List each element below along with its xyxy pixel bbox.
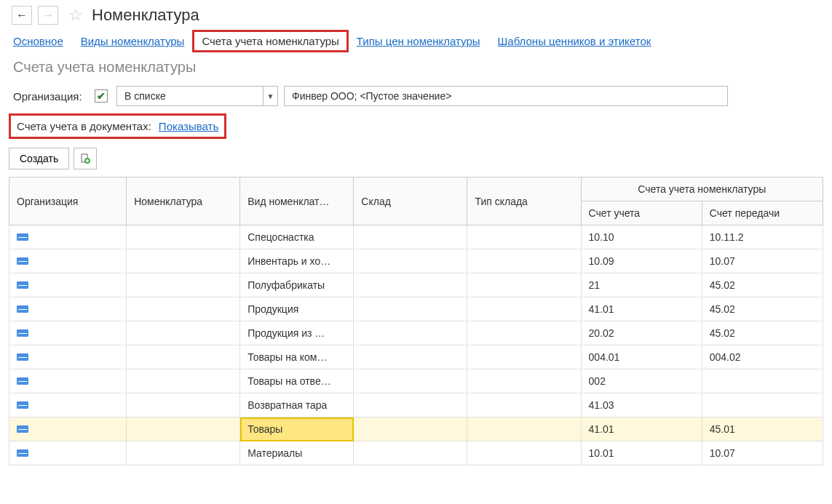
table-cell: Материалы <box>240 441 354 465</box>
table-row[interactable]: Инвентарь и хо…10.0910.07 <box>9 249 823 273</box>
table-row[interactable]: Полуфабрикаты2145.02 <box>9 273 823 297</box>
table-cell <box>354 393 467 417</box>
table-cell <box>354 345 467 369</box>
row-icon <box>17 281 28 289</box>
table-cell: 004.02 <box>702 345 823 369</box>
table-cell <box>127 249 240 273</box>
nav-back-button[interactable]: ← <box>12 6 32 25</box>
th-per[interactable]: Счет передачи <box>702 201 823 225</box>
section-subtitle: Счета учета номенклатуры <box>0 57 832 84</box>
table-cell: 10.01 <box>581 441 702 465</box>
th-schet[interactable]: Счет учета <box>581 201 702 225</box>
table-cell <box>9 369 127 393</box>
table-cell: Полуфабрикаты <box>240 273 354 297</box>
accounts-table: Организация Номенклатура Вид номенклат… … <box>9 177 823 465</box>
table-cell <box>127 345 240 369</box>
table-cell: 002 <box>581 369 702 393</box>
table-cell <box>354 321 467 345</box>
table-cell <box>9 441 127 465</box>
table-row[interactable]: Возвратная тара41.03 <box>9 393 823 417</box>
table-cell: Товары на ком… <box>240 345 354 369</box>
table-row[interactable]: Материалы10.0110.07 <box>9 441 823 465</box>
table-cell <box>467 297 581 321</box>
docs-accounts-link[interactable]: Показывать <box>159 120 218 132</box>
favorite-star-icon[interactable]: ☆ <box>68 6 83 25</box>
th-group[interactable]: Счета учета номенклатуры <box>581 177 823 201</box>
table-row[interactable]: Товары на ком…004.01004.02 <box>9 345 823 369</box>
table-cell: 21 <box>581 273 702 297</box>
row-icon <box>17 401 28 409</box>
table-cell <box>702 393 823 417</box>
table-cell <box>9 225 127 249</box>
table-cell <box>127 369 240 393</box>
table-cell <box>354 417 467 441</box>
table-cell: 41.01 <box>581 297 702 321</box>
table-cell <box>9 249 127 273</box>
table-cell: 45.02 <box>702 321 823 345</box>
row-icon <box>17 353 28 361</box>
table-cell <box>354 273 467 297</box>
table-cell <box>127 321 240 345</box>
table-cell <box>354 249 467 273</box>
table-cell: 45.01 <box>702 417 823 441</box>
filter-mode-value: В списке <box>117 90 263 102</box>
nav-link-main[interactable]: Основное <box>13 35 63 47</box>
table-cell <box>9 393 127 417</box>
table-row[interactable]: Товары на отве…002 <box>9 369 823 393</box>
nav-link-types[interactable]: Виды номенклатуры <box>81 35 185 47</box>
nav-links: Основное Виды номенклатуры Счета учета н… <box>0 31 832 57</box>
table-cell: 10.07 <box>702 249 823 273</box>
table-cell: 10.11.2 <box>702 225 823 249</box>
create-button[interactable]: Создать <box>9 148 69 169</box>
table-cell: 41.03 <box>581 393 702 417</box>
table-cell <box>354 225 467 249</box>
org-filter-checkbox[interactable] <box>95 89 108 103</box>
row-icon <box>17 257 28 265</box>
table-cell <box>127 225 240 249</box>
nav-forward-button[interactable]: → <box>38 6 58 25</box>
table-row[interactable]: Товары41.0145.01 <box>9 417 823 441</box>
row-icon <box>17 233 28 241</box>
table-cell: Спецоснастка <box>240 225 354 249</box>
th-nomen[interactable]: Номенклатура <box>127 177 240 225</box>
table-cell: 20.02 <box>581 321 702 345</box>
nav-link-price-types[interactable]: Типы цен номенклатуры <box>357 35 480 47</box>
filter-mode-select[interactable]: В списке ▼ <box>116 86 278 106</box>
table-cell <box>9 297 127 321</box>
table-cell <box>127 297 240 321</box>
table-cell <box>354 441 467 465</box>
table-cell <box>467 441 581 465</box>
table-cell: 10.09 <box>581 249 702 273</box>
table-cell <box>9 417 127 441</box>
th-org[interactable]: Организация <box>9 177 127 225</box>
table-cell <box>354 369 467 393</box>
nav-link-accounts[interactable]: Счета учета номенклатуры <box>192 30 348 52</box>
table-row[interactable]: Продукция41.0145.02 <box>9 297 823 321</box>
table-cell: 10.10 <box>581 225 702 249</box>
filter-value-input[interactable] <box>284 86 728 106</box>
document-plus-icon <box>79 153 91 164</box>
page-title: Номенклатура <box>92 6 199 25</box>
table-cell: 45.02 <box>702 297 823 321</box>
table-cell <box>467 393 581 417</box>
table-cell: Инвентарь и хо… <box>240 249 354 273</box>
table-cell <box>9 321 127 345</box>
table-row[interactable]: Спецоснастка10.1010.11.2 <box>9 225 823 249</box>
create-copy-button[interactable] <box>74 148 97 169</box>
table-cell <box>127 441 240 465</box>
table-cell: 004.01 <box>581 345 702 369</box>
table-row[interactable]: Продукция из …20.0245.02 <box>9 321 823 345</box>
table-cell <box>467 273 581 297</box>
th-vid[interactable]: Вид номенклат… <box>240 177 354 225</box>
th-tip[interactable]: Тип склада <box>467 177 581 225</box>
row-icon <box>17 305 28 313</box>
th-sklad[interactable]: Склад <box>354 177 467 225</box>
nav-link-templates[interactable]: Шаблоны ценников и этикеток <box>498 35 651 47</box>
table-cell: Товары на отве… <box>240 369 354 393</box>
table-cell <box>9 345 127 369</box>
table-cell <box>354 297 467 321</box>
table-cell: Товары <box>240 417 354 441</box>
org-filter-label: Организация: <box>13 90 86 103</box>
table-cell <box>467 225 581 249</box>
table-cell: Возвратная тара <box>240 393 354 417</box>
